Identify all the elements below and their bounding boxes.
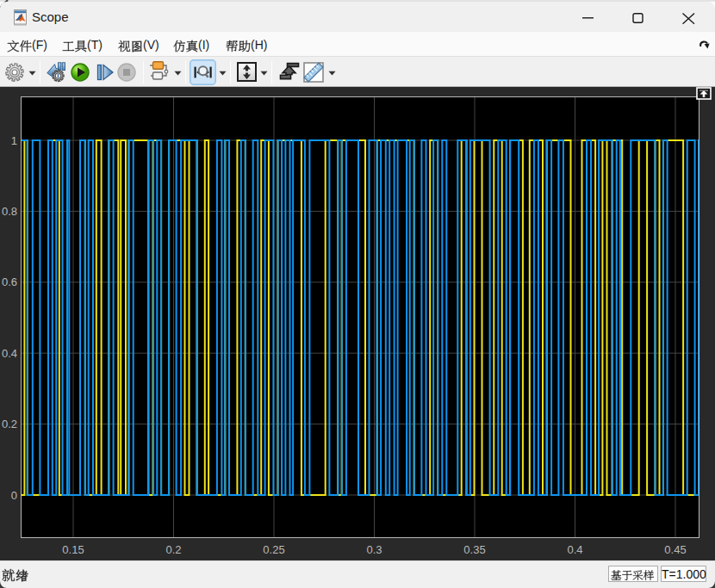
svg-text:0.8: 0.8 (2, 205, 17, 218)
svg-text:1: 1 (11, 134, 17, 147)
svg-text:0.25: 0.25 (263, 543, 284, 556)
svg-text:0.3: 0.3 (366, 543, 382, 556)
svg-text:0: 0 (11, 489, 17, 502)
svg-text:0.2: 0.2 (2, 418, 17, 430)
svg-text:0.45: 0.45 (664, 543, 686, 556)
svg-text:0.35: 0.35 (463, 543, 485, 556)
svg-text:0.6: 0.6 (2, 275, 17, 288)
svg-text:0.4: 0.4 (2, 347, 17, 360)
svg-text:0.4: 0.4 (567, 543, 582, 556)
svg-text:0.15: 0.15 (62, 543, 84, 556)
svg-text:0.2: 0.2 (165, 543, 181, 556)
